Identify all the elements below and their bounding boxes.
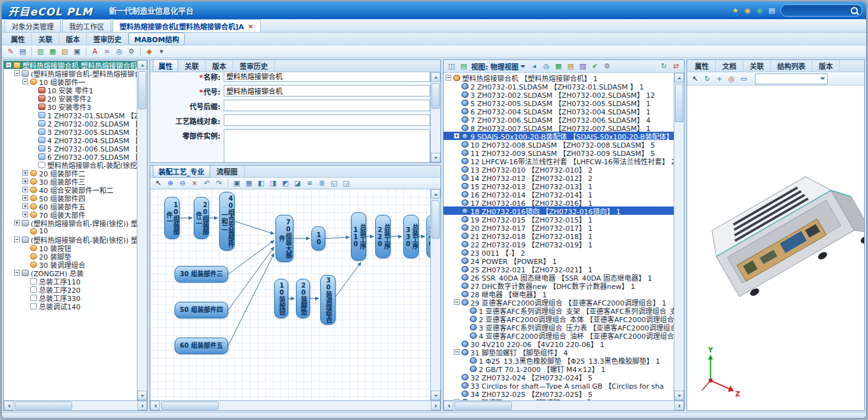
tab-relations[interactable]: 关联	[743, 60, 771, 72]
tree-row[interactable]: (塑料热熔接铆合机-塑料热熔接铆合机-装配(徐挖))	[4, 69, 137, 77]
view-preset-dropdown[interactable]	[755, 74, 828, 84]
scroll-track[interactable]	[137, 70, 147, 391]
redo-icon[interactable]: ↷	[213, 178, 224, 188]
zoom-window-icon[interactable]: ▭	[738, 74, 749, 84]
settings-gear-icon[interactable]: ⚙	[126, 47, 137, 56]
tab-part-document[interactable]: 塑料热熔接铆合机[塑料热熔接铆合机]A×	[112, 19, 261, 32]
horizontal-scrollbar[interactable]	[150, 400, 440, 410]
tab-attributes[interactable]: 属性	[153, 59, 178, 72]
scroll-thumb[interactable]	[138, 71, 146, 109]
scroll-thumb[interactable]	[161, 401, 219, 410]
scroll-track[interactable]	[160, 401, 431, 410]
align-top-icon[interactable]: ◩	[280, 178, 291, 188]
view-mode-dropdown-icon[interactable]	[520, 65, 525, 70]
collapse-icon[interactable]	[454, 399, 460, 400]
collapse-icon[interactable]	[454, 299, 460, 305]
collapse-icon[interactable]	[6, 62, 12, 68]
tree-row[interactable]: 1 Φ25_13.3黑色橡胶脚垫 【Φ25_13.3黑色橡胶脚垫】 1	[444, 356, 674, 364]
tree-row[interactable]: 27 DHC数字计数器new 【DHC数字计数器new】 1	[444, 281, 674, 290]
tree-row[interactable]: 25 ZH0732-021 【ZH0732-021】 1	[444, 265, 674, 273]
tree-row[interactable]: 20 装脚垫	[4, 252, 137, 260]
scroll-left-button[interactable]	[150, 401, 160, 410]
tree-row[interactable]: 3 亚德客AFC系列调理组合_压力表 【亚德客AFC2000调理组合_压力	[444, 323, 674, 331]
tree-row[interactable]: 2 亚德客AFC2000调理组合_本体 【亚德客AFC2000调理组合_本体	[444, 315, 674, 323]
collapse-icon[interactable]	[14, 270, 20, 276]
detail-form-icon[interactable]: ▤	[17, 47, 28, 56]
part-instance-field[interactable]	[224, 129, 430, 162]
tree-row[interactable]: 23 0011 【-】 2	[444, 248, 674, 256]
full-extent-icon[interactable]: ◲	[341, 178, 352, 188]
grid-toggle-icon[interactable]: ▦	[244, 178, 254, 188]
tree-row[interactable]: 3 ZH0732-005.SLDASM 【ZH07	[4, 127, 137, 136]
edit-icon[interactable]: ✎	[5, 47, 16, 56]
route-object-field[interactable]	[224, 114, 430, 126]
zoom-icon[interactable]: ◎	[726, 74, 737, 84]
scroll-down-button[interactable]	[431, 153, 440, 162]
undo-icon[interactable]: ↶	[201, 178, 212, 188]
folder-icon[interactable]: ▧	[59, 47, 70, 56]
tree-row[interactable]: 17 ZH0732-016 【ZH0732-016】 1	[444, 198, 674, 206]
tree-row[interactable]: 20 ZH0732-017 【ZH0732-017】 1	[444, 223, 674, 231]
close-tab-icon[interactable]: ×	[248, 22, 254, 31]
tree-row[interactable]: 14 ZH0732-012 【ZH0732-012】 2	[444, 173, 674, 182]
tree-row[interactable]: 20 安装零件2	[4, 94, 137, 102]
tree-row[interactable]: 10 装按钮	[4, 244, 137, 252]
tree-row[interactable]: 5 ZH0732-005.SLDASM 【ZH0732-005.SLDASM】 …	[444, 98, 674, 107]
expand-icon[interactable]	[454, 133, 460, 139]
tree-row[interactable]: 6 ZH0732-004.SLDASM 【ZH0732-004.SLDASM】 …	[444, 107, 674, 115]
tree-row[interactable]: 31 脚垫加螺钉 【脚垫组件】 4	[444, 348, 674, 356]
tab-versions[interactable]: 版本	[206, 60, 233, 72]
sync-icon[interactable]: ⇄	[670, 61, 681, 71]
flow-node[interactable]: 50 组装部件四	[174, 302, 228, 318]
tree-row[interactable]: 4 亚德客AFC2000调理组合_油杯 【亚德客AFC2000调理组合_油杯	[444, 331, 674, 339]
scroll-right-button[interactable]	[674, 401, 684, 410]
tree-row[interactable]: 13 ZH0732-010 【ZH0732-010】 2	[444, 165, 674, 173]
tab-review-history[interactable]: 签审历史	[87, 33, 128, 45]
tab-my-workspace[interactable]: 我的工作区	[62, 19, 111, 32]
tree-row[interactable]: 总装工序110	[4, 277, 137, 285]
tab-review-history[interactable]: 签审历史	[233, 60, 275, 72]
tab-mabom-structure[interactable]: MABOM结构	[128, 33, 185, 45]
tree-row[interactable]: 26 SSR_40DA 固态继电器 【SSR_40DA 固态继电器】 1	[444, 273, 674, 281]
rotate-icon[interactable]: ↻	[702, 74, 713, 84]
expand-all-icon[interactable]: ▦	[553, 61, 564, 71]
tree-row[interactable]: 70 组装大部件	[4, 210, 137, 219]
print-icon[interactable]: ▣	[72, 47, 82, 56]
distribute-h-icon[interactable]: ≡	[304, 178, 315, 188]
report-icon[interactable]: ▤	[565, 61, 576, 71]
flow-node[interactable]: 60 组装部件五	[174, 338, 228, 354]
horizontal-scrollbar[interactable]	[4, 400, 147, 410]
flow-node[interactable]: 10装按钮	[274, 279, 288, 318]
scroll-down-button[interactable]	[137, 391, 147, 400]
tree-row[interactable]: 10 ZH0732-008.SLDASM 【ZH0732-008.SLDASM】…	[444, 140, 674, 148]
status-indicator-icon[interactable]: ◉	[754, 6, 765, 15]
flow-node[interactable]: 10组装部件一	[164, 197, 180, 239]
flow-node[interactable]: 10	[311, 226, 325, 251]
flow-node[interactable]: 40组合安装部件一和二	[219, 192, 235, 251]
tab-assembly-process[interactable]: 装配工艺_专业	[153, 165, 210, 178]
tree-row[interactable]: 30 4V210 220-06 【4V210 220-06】 1	[444, 339, 674, 348]
palette-icon[interactable]: ◆	[144, 47, 155, 56]
flow-node[interactable]: 30装调理组合	[320, 275, 336, 325]
tree-row[interactable]: 2 ZH0732-002.SLDASM 【ZH07	[4, 119, 137, 127]
select-cursor-icon[interactable]: ↖	[690, 74, 701, 84]
tree-row[interactable]: 29 亚德客AFC2000调理组合 【亚德客AFC2000调理组合】 1	[444, 298, 674, 306]
search-icon[interactable]: ◎	[114, 47, 125, 56]
tab-attributes[interactable]: 属性	[4, 33, 32, 45]
tree-row[interactable]: 21 ZH0732-018 【ZH0732-018】 1	[444, 231, 674, 240]
scroll-thumb[interactable]	[431, 83, 440, 109]
tree-row[interactable]: 11 ZH0732-009.SLDASM 【ZH0732-009.SLDASM】…	[444, 148, 674, 157]
distribute-v-icon[interactable]: ≣	[316, 178, 327, 188]
flow-node[interactable]: 总装调试140	[426, 215, 430, 258]
scroll-thumb[interactable]	[15, 401, 72, 410]
paste-icon[interactable]: ▦	[47, 47, 58, 56]
tree-row[interactable]: 2 GB/T 70.1-2000 【螺钉 M4×12】 1	[444, 364, 674, 373]
flow-node[interactable]: 30 组装部件三	[174, 266, 228, 283]
scroll-up-button[interactable]	[137, 60, 147, 70]
tree-row[interactable]: 60 组装部件五	[4, 202, 137, 210]
tree-row[interactable]: 30 装调理组合	[4, 260, 137, 268]
tree-row[interactable]: 40 组合安装部件一和二	[4, 185, 137, 194]
flow-node[interactable]: 总装工序330	[403, 215, 419, 258]
scroll-right-button[interactable]	[431, 401, 440, 410]
view-mode-label[interactable]: 视图: 物理视图	[471, 61, 518, 72]
